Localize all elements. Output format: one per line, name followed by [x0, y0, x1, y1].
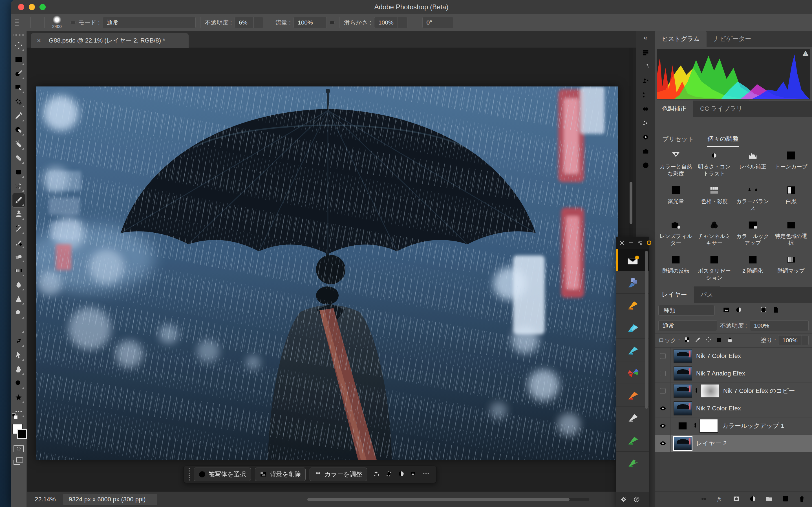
toggle-brush-settings-button[interactable] — [70, 21, 75, 24]
layer-thumbnail[interactable] — [674, 349, 692, 362]
move-tool[interactable] — [12, 38, 25, 52]
collapse-panels-icon[interactable]: « — [644, 34, 647, 42]
zoom-tool[interactable] — [12, 376, 25, 390]
tab-histogram[interactable]: ヒストグラム — [655, 31, 707, 47]
dock-layer-comps[interactable] — [639, 46, 653, 60]
lock-artboard[interactable] — [716, 336, 723, 344]
history-brush-tool[interactable] — [12, 221, 25, 235]
flow-input[interactable]: 100% — [294, 17, 327, 28]
nik-sharpener-output[interactable] — [616, 429, 649, 452]
brush-tool[interactable] — [12, 193, 25, 207]
link-layers-button[interactable] — [700, 495, 708, 504]
new-group-button[interactable] — [765, 495, 773, 504]
layer-name[interactable]: Nik 7 Color Efex — [696, 405, 741, 412]
pen-tool[interactable] — [12, 334, 25, 348]
close-document-icon[interactable]: × — [37, 37, 41, 45]
adj-selective-color[interactable]: 特定色域の選択 — [772, 219, 810, 247]
mask-link-icon[interactable] — [692, 387, 701, 395]
add-mask-button[interactable] — [732, 495, 741, 504]
selection-brush-tool[interactable] — [12, 66, 25, 80]
home-button[interactable] — [22, 21, 26, 24]
nik-home[interactable] — [616, 249, 649, 271]
filter-adjustment-layers[interactable] — [735, 306, 742, 315]
layer-style-button[interactable]: fx — [716, 495, 724, 504]
crop-tool[interactable] — [12, 95, 25, 109]
brush-preset-picker[interactable]: 2400 — [49, 15, 65, 30]
filter-smart-objects[interactable] — [772, 306, 779, 315]
layer-row[interactable]: Nik 7 Color Efex — [655, 348, 812, 365]
adj-levels[interactable]: レベル補正 — [733, 150, 772, 177]
layer-visibility-empty[interactable] — [655, 348, 671, 365]
nik-scrollbar[interactable] — [645, 251, 648, 409]
content-aware-move-tool[interactable] — [12, 179, 25, 193]
healing-brush-tool[interactable] — [12, 151, 25, 165]
nik-presharpener[interactable] — [616, 361, 649, 384]
screen-mode-button[interactable] — [13, 457, 24, 465]
adj-invert[interactable]: 階調の反転 — [657, 254, 695, 281]
default-colors-icon[interactable] — [12, 413, 18, 419]
more-options-button[interactable] — [421, 468, 432, 480]
settings-icon[interactable] — [637, 240, 643, 245]
adj-gradient-map[interactable]: 階調マップ — [772, 254, 810, 281]
layer-name[interactable]: Nik 7 Analog Efex — [696, 370, 745, 377]
layer-visibility-eye-icon[interactable] — [655, 400, 671, 417]
pasteboard[interactable]: 被写体を選択背景を削除カラーを調整 — [27, 48, 636, 492]
adj-black-white[interactable]: 白黒 — [772, 184, 810, 212]
dock-libraries[interactable] — [639, 144, 653, 158]
adj-threshold[interactable]: 2 階調化 — [733, 254, 772, 281]
lock-transparent[interactable] — [684, 336, 691, 344]
layer-visibility-empty[interactable] — [655, 365, 671, 382]
layer-fill-input[interactable]: 100% — [778, 335, 809, 345]
star-tool[interactable] — [12, 390, 25, 404]
minimize-icon[interactable] — [628, 240, 634, 245]
adj-photo-filter[interactable]: レンズフィルター — [657, 219, 695, 247]
layer-row[interactable]: レイヤー 2 — [655, 435, 812, 452]
nik-perspective-efex[interactable] — [616, 339, 649, 361]
nik-viveza[interactable] — [616, 452, 649, 474]
remove-background-button[interactable]: 背景を削除 — [255, 467, 306, 481]
gradient-tool[interactable] — [12, 264, 25, 278]
blur-tool[interactable] — [12, 278, 25, 292]
clone-stamp-tool[interactable] — [12, 207, 25, 221]
toolbar-grip[interactable] — [13, 34, 24, 36]
spot-healing-brush-tool[interactable] — [12, 123, 25, 137]
dodge-tool[interactable] — [12, 306, 25, 320]
tool-preset-picker[interactable] — [35, 21, 40, 24]
nik-silver-efex[interactable] — [616, 406, 649, 429]
tab-cc-libraries[interactable]: CC ライブラリ — [693, 101, 749, 117]
delete-layer-button[interactable] — [798, 495, 806, 504]
adj-color-vibrance[interactable]: カラーと自然な彩度 — [657, 150, 695, 177]
rectangular-marquee-tool[interactable] — [12, 52, 25, 66]
taskbar-drag-handle[interactable] — [189, 468, 190, 481]
layer-name[interactable]: レイヤー 2 — [696, 439, 726, 448]
help-icon[interactable] — [633, 496, 640, 503]
zoom-window-button[interactable] — [40, 4, 46, 10]
layer-thumbnail[interactable] — [674, 402, 692, 415]
brush-angle-input[interactable]: 0° — [422, 17, 453, 28]
options-grip[interactable] — [15, 19, 18, 25]
layer-blend-mode-select[interactable]: 通常 — [658, 320, 717, 331]
adj-exposure[interactable]: 露光量 — [657, 184, 695, 212]
select-subject-button[interactable]: 被写体を選択 — [194, 467, 251, 481]
lock-pixels[interactable] — [695, 336, 701, 344]
transform-button[interactable] — [384, 468, 394, 480]
lock-all[interactable] — [726, 336, 733, 344]
adjustment-button[interactable] — [396, 468, 407, 480]
close-window-button[interactable] — [18, 4, 24, 10]
layer-thumbnail[interactable] — [674, 367, 692, 380]
subtab-presets[interactable]: プリセット — [662, 132, 695, 146]
histogram-warning-icon[interactable] — [802, 51, 809, 56]
subtab-single-adjustments[interactable]: 個々の調整 — [707, 132, 740, 147]
mask-link-icon[interactable] — [691, 422, 700, 430]
frame-tool[interactable] — [12, 165, 25, 179]
dock-ai-actions[interactable] — [639, 60, 653, 74]
close-icon[interactable] — [619, 240, 625, 245]
layer-visibility-empty[interactable] — [655, 383, 671, 400]
tab-paths[interactable]: パス — [694, 286, 720, 303]
layer-row[interactable]: Nik 7 Color Efex — [655, 400, 812, 417]
adj-hue-saturation[interactable]: 色相・彩度 — [695, 184, 733, 212]
adj-color-balance[interactable]: カラーバランス — [733, 184, 772, 212]
opacity-input[interactable]: 6% — [235, 17, 263, 28]
adjust-color-button[interactable]: カラーを調整 — [310, 467, 367, 481]
dock-channels[interactable] — [639, 102, 653, 116]
